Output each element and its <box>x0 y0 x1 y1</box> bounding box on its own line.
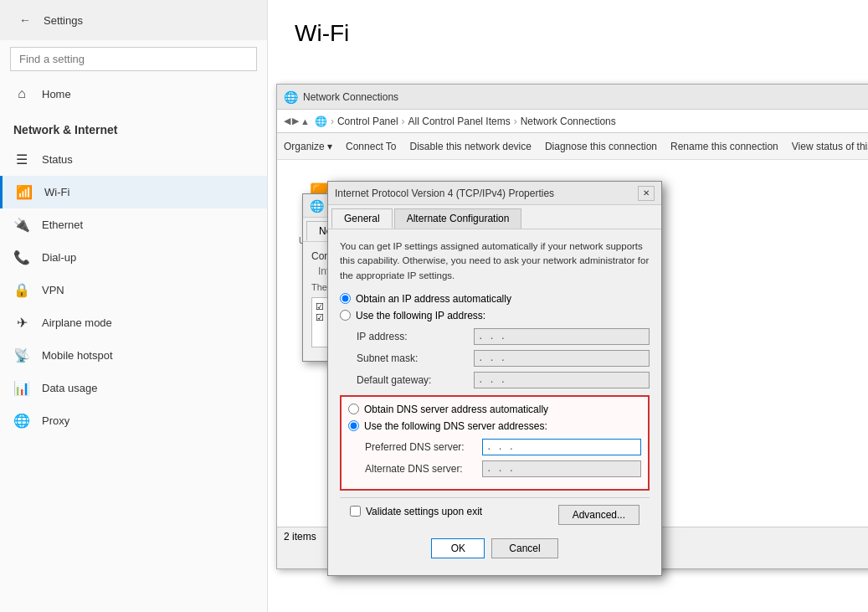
subnet-label: Subnet mask: <box>357 352 474 364</box>
sidebar-item-ethernet[interactable]: 🔌 Ethernet <box>0 208 267 241</box>
ipv4-titlebar: Internet Protocol Version 4 (TCP/IPv4) P… <box>328 182 661 205</box>
sidebar-item-dialup-label: Dial-up <box>42 251 76 264</box>
alternate-dns-row: Alternate DNS server: <box>348 460 641 477</box>
sidebar-item-proxy-label: Proxy <box>42 414 69 427</box>
sidebar-item-vpn-label: VPN <box>42 284 64 296</box>
back-arrow[interactable]: ◀ <box>284 116 290 126</box>
toolbar-connect[interactable]: Connect To <box>346 141 397 152</box>
cancel-button[interactable]: Cancel <box>491 538 557 558</box>
vpn-icon: 🔒 <box>13 282 30 298</box>
home-icon: ⌂ <box>13 86 30 101</box>
page-title: Wi-Fi <box>268 0 868 54</box>
sidebar-item-ethernet-label: Ethernet <box>42 219 83 231</box>
ipv4-body: You can get IP settings assigned automat… <box>328 229 661 575</box>
hotspot-icon: 📡 <box>13 347 30 363</box>
toolbar-disable[interactable]: Disable this network device <box>410 141 532 152</box>
up-arrow[interactable]: ▲ <box>300 116 310 126</box>
ethernet-icon: 🔌 <box>13 217 30 233</box>
manual-ip-radio[interactable] <box>340 310 351 321</box>
manual-dns-radio-row: Use the following DNS server addresses: <box>348 420 641 432</box>
sidebar-item-hotspot[interactable]: 📡 Mobile hotspot <box>0 339 267 372</box>
main-area: Wi-Fi 🌐 Network Connections ─ □ ✕ ◀ ▶ ▲ … <box>268 0 868 612</box>
ipv4-footer: Validate settings upon exit Advanced... <box>340 497 650 532</box>
sidebar-item-status[interactable]: ☰ Status <box>0 143 267 176</box>
toolbar-organize[interactable]: Organize ▾ <box>284 141 332 152</box>
net-connections-title: Network Connections <box>303 91 398 103</box>
dns-section: Obtain DNS server address automatically … <box>340 395 650 491</box>
footer-buttons: Advanced... <box>558 505 639 525</box>
alternate-dns-input[interactable] <box>482 460 641 477</box>
breadcrumb-icon: 🌐 <box>315 116 327 127</box>
nav-section-title: Network & Internet <box>0 110 267 143</box>
manual-dns-radio[interactable] <box>348 420 359 431</box>
dns-radio-group: Obtain DNS server address automatically … <box>348 404 641 432</box>
nav-arrows: ◀ ▶ ▲ <box>284 116 310 126</box>
ip-section: Obtain an IP address automatically Use t… <box>340 293 650 321</box>
preferred-dns-row: Preferred DNS server: <box>348 439 641 455</box>
gateway-row: Default gateway: <box>340 372 650 388</box>
ipv4-dialog: Internet Protocol Version 4 (TCP/IPv4) P… <box>327 181 662 576</box>
sidebar-item-hotspot-label: Mobile hotspot <box>42 349 113 362</box>
tab-general[interactable]: General <box>331 208 393 229</box>
sidebar-item-home[interactable]: ⌂ Home <box>0 78 267 110</box>
manual-ip-radio-row: Use the following IP address: <box>340 310 650 321</box>
sidebar-header: ← Settings <box>0 0 267 40</box>
ip-address-label: IP address: <box>357 331 474 342</box>
address-bar: ◀ ▶ ▲ 🌐 › Control Panel › All Control Pa… <box>277 110 868 133</box>
auto-dns-radio-row: Obtain DNS server address automatically <box>348 404 641 415</box>
sidebar-item-status-label: Status <box>42 153 73 166</box>
ip-address-input[interactable] <box>474 328 650 345</box>
ipv4-description: You can get IP settings assigned automat… <box>340 239 650 283</box>
breadcrumb-sep1: › <box>331 116 334 127</box>
wifi-icon: 📶 <box>16 184 33 200</box>
app-title: Settings <box>44 14 83 27</box>
toolbar-diagnose[interactable]: Diagnose this connection <box>545 141 657 152</box>
net-toolbar: Organize ▾ Connect To Disable this netwo… <box>277 133 868 160</box>
items-count: 2 items <box>284 531 316 543</box>
sidebar-item-proxy[interactable]: 🌐 Proxy <box>0 404 267 437</box>
network-connections-window: 🌐 Network Connections ─ □ ✕ ◀ ▶ ▲ 🌐 › Co… <box>276 84 868 569</box>
ipv4-close[interactable]: ✕ <box>638 186 655 201</box>
proxy-icon: 🌐 <box>13 413 30 429</box>
net-connections-titlebar: 🌐 Network Connections ─ □ ✕ <box>277 85 868 110</box>
sidebar-item-datausage[interactable]: 📊 Data usage <box>0 372 267 404</box>
breadcrumb-all-items[interactable]: All Control Panel Items <box>408 116 511 127</box>
ok-button[interactable]: OK <box>431 538 485 558</box>
sidebar-item-home-label: Home <box>42 88 71 100</box>
tab-alternate-config[interactable]: Alternate Configuration <box>394 208 522 229</box>
search-input[interactable] <box>10 47 257 71</box>
back-button[interactable]: ← <box>13 8 37 32</box>
subnet-row: Subnet mask: <box>340 350 650 367</box>
gateway-input[interactable] <box>474 372 650 388</box>
ipv4-title: Internet Protocol Version 4 (TCP/IPv4) P… <box>335 188 554 199</box>
sidebar-item-wifi-label: Wi-Fi <box>44 186 69 198</box>
sidebar-item-airplane-label: Airplane mode <box>42 316 112 329</box>
ipv4-tabs: General Alternate Configuration <box>328 205 661 229</box>
ok-cancel-row: OK Cancel <box>340 532 650 565</box>
validate-checkbox-row: Validate settings upon exit <box>350 506 482 517</box>
ip-address-row: IP address: <box>340 328 650 345</box>
preferred-dns-input[interactable] <box>482 439 641 455</box>
auto-dns-radio[interactable] <box>348 404 359 414</box>
auto-ip-radio[interactable] <box>340 293 351 304</box>
breadcrumb-sep3: › <box>514 116 517 127</box>
wifi-props-icon: 🌐 <box>310 199 324 213</box>
airplane-icon: ✈ <box>13 315 30 331</box>
sidebar-item-dialup[interactable]: 📞 Dial-up <box>0 241 267 274</box>
breadcrumb-net-connections[interactable]: Network Connections <box>521 116 616 127</box>
sidebar-item-vpn[interactable]: 🔒 VPN <box>0 274 267 306</box>
forward-arrow[interactable]: ▶ <box>292 116 299 126</box>
validate-checkbox[interactable] <box>350 506 361 517</box>
sidebar-item-wifi[interactable]: 📶 Wi-Fi <box>0 176 267 208</box>
auto-ip-label: Obtain an IP address automatically <box>356 293 511 305</box>
breadcrumb-control-panel[interactable]: Control Panel <box>337 116 398 127</box>
dialup-icon: 📞 <box>13 249 30 265</box>
gateway-label: Default gateway: <box>357 374 474 386</box>
toolbar-view-status[interactable]: View status of this connection <box>792 141 868 152</box>
toolbar-rename[interactable]: Rename this connection <box>670 141 778 152</box>
advanced-button[interactable]: Advanced... <box>558 505 639 525</box>
net-connections-icon: 🌐 <box>284 90 298 104</box>
sidebar-item-airplane[interactable]: ✈ Airplane mode <box>0 306 267 339</box>
subnet-input[interactable] <box>474 350 650 367</box>
sidebar-item-datausage-label: Data usage <box>42 382 98 394</box>
